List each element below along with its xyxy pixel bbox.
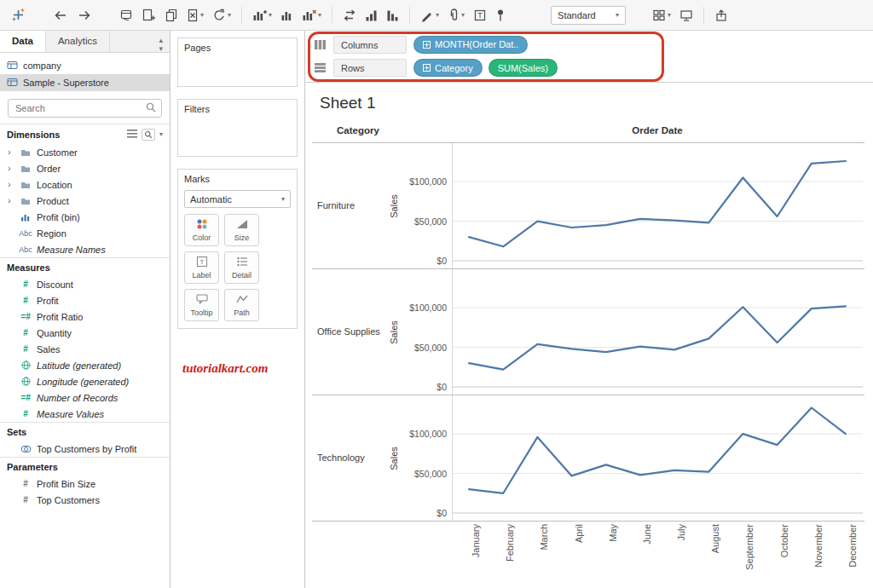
- tab-analytics[interactable]: Analytics: [46, 31, 110, 52]
- run-update-button[interactable]: ▾: [298, 5, 326, 26]
- clear-sheet-button[interactable]: ▾: [182, 5, 208, 26]
- refresh-data-button[interactable]: ▾: [208, 5, 235, 26]
- x-tick-label-may[interactable]: May: [608, 524, 618, 588]
- hash-icon: #: [19, 280, 32, 289]
- rows-shelf[interactable]: Rows CategorySUM(Sales): [305, 55, 873, 80]
- field-item-longitude-generated[interactable]: Longitude (generated): [0, 373, 170, 389]
- field-item-location[interactable]: ›Location: [0, 176, 170, 193]
- x-tick-label-march[interactable]: March: [539, 524, 549, 588]
- col-field-header[interactable]: Order Date: [452, 125, 863, 135]
- tableau-logo[interactable]: [7, 4, 30, 26]
- x-tick-label-january[interactable]: January: [471, 524, 481, 588]
- search-input[interactable]: [8, 99, 162, 118]
- pill-category[interactable]: Category: [413, 59, 483, 77]
- marks-color-button[interactable]: Color: [184, 214, 219, 246]
- field-item-top-customers-by-profit[interactable]: Top Customers by Profit: [0, 441, 170, 457]
- expander-icon[interactable]: ›: [8, 180, 14, 189]
- line-chart[interactable]: [452, 269, 863, 395]
- pause-auto-updates-button[interactable]: ▾: [248, 5, 276, 26]
- line-chart[interactable]: [452, 395, 863, 522]
- field-item-quantity[interactable]: #Quantity: [0, 325, 170, 341]
- row-header-technology[interactable]: Technology: [317, 395, 390, 521]
- marks-path-button[interactable]: Path: [224, 289, 259, 321]
- tableau-logo-icon: [11, 8, 26, 22]
- fit-selector[interactable]: Standard▾: [551, 6, 626, 25]
- datasource-item-sample-superstore[interactable]: Sample - Superstore: [0, 74, 170, 91]
- expander-icon[interactable]: ›: [8, 147, 14, 157]
- field-item-profit-ratio[interactable]: =#Profit Ratio: [0, 308, 170, 325]
- swap-axes-button[interactable]: [338, 5, 361, 26]
- duplicate-sheet-button[interactable]: [160, 5, 182, 26]
- field-item-profit-bin-size[interactable]: #Profit Bin Size: [0, 476, 170, 492]
- expander-icon[interactable]: ›: [8, 196, 14, 205]
- x-tick-label-september[interactable]: September: [744, 524, 754, 588]
- mark-button-label: Size: [234, 233, 250, 242]
- chevron-down-icon[interactable]: ▾: [159, 131, 163, 138]
- field-item-region[interactable]: AbcRegion: [0, 225, 170, 241]
- row-header-furniture[interactable]: Furniture: [317, 143, 390, 268]
- field-label: Top Customers: [37, 495, 100, 505]
- marks-tooltip-button[interactable]: Tooltip: [184, 289, 219, 321]
- field-item-top-customers[interactable]: #Top Customers: [0, 492, 170, 508]
- field-item-sales[interactable]: #Sales: [0, 341, 170, 357]
- expander-icon[interactable]: ›: [8, 164, 14, 173]
- view-data-grid-icon[interactable]: [127, 130, 137, 140]
- pause-updates-icon: [252, 9, 267, 22]
- x-tick-label-october[interactable]: October: [779, 524, 789, 588]
- row-header-office-supplies[interactable]: Office Supplies: [317, 269, 390, 395]
- pill-month-order-dat[interactable]: MONTH(Order Dat..: [413, 36, 528, 54]
- field-item-number-of-records[interactable]: =#Number of Records: [0, 389, 170, 406]
- field-item-product[interactable]: ›Product: [0, 193, 170, 209]
- presentation-mode-button[interactable]: [675, 5, 697, 26]
- row-field-header[interactable]: Category: [337, 125, 379, 135]
- x-tick-label-june[interactable]: June: [642, 524, 652, 588]
- datasource-item-company[interactable]: company: [0, 57, 170, 74]
- columns-shelf[interactable]: Columns MONTH(Order Dat..: [305, 31, 873, 55]
- x-tick-label-july[interactable]: July: [676, 524, 686, 588]
- x-tick-label-april[interactable]: April: [574, 524, 584, 588]
- undo-button[interactable]: [49, 6, 72, 25]
- plus-box-icon: [423, 41, 431, 49]
- fix-axes-button[interactable]: [491, 5, 510, 26]
- marks-size-button[interactable]: Size: [224, 214, 259, 246]
- pages-card[interactable]: Pages: [177, 37, 298, 87]
- field-item-discount[interactable]: #Discount: [0, 276, 170, 292]
- y-tick-label: $0: [390, 508, 447, 518]
- pane-options-icon[interactable]: ▴▾: [159, 31, 170, 52]
- field-item-measure-names[interactable]: AbcMeasure Names: [0, 241, 170, 257]
- field-item-latitude-generated[interactable]: Latitude (generated): [0, 357, 170, 373]
- find-field-icon[interactable]: [142, 129, 155, 141]
- pill-sum-sales[interactable]: SUM(Sales): [489, 59, 558, 77]
- marks-detail-button[interactable]: Detail: [224, 251, 259, 284]
- highlight-button[interactable]: ▾: [416, 5, 443, 26]
- mark-button-label: Label: [192, 271, 211, 280]
- x-tick-label-august[interactable]: August: [710, 524, 720, 588]
- tab-data[interactable]: Data: [0, 31, 46, 52]
- mark-type-dropdown[interactable]: Automatic ▾: [184, 190, 291, 208]
- show-mark-labels-button[interactable]: T: [469, 5, 491, 26]
- new-worksheet-button[interactable]: [137, 5, 160, 26]
- cards-pane: Pages Filters Marks Automatic ▾ ColorSiz…: [171, 31, 305, 588]
- auto-update-button[interactable]: [276, 5, 298, 26]
- abc-icon: Abc: [19, 229, 32, 238]
- sort-descending-button[interactable]: [382, 5, 403, 26]
- group-members-button[interactable]: ▾: [443, 5, 469, 26]
- field-item-measure-values[interactable]: #Measure Values: [0, 406, 170, 422]
- share-button[interactable]: [710, 5, 732, 26]
- presentation-icon: [679, 9, 693, 22]
- redo-button[interactable]: [72, 6, 96, 25]
- x-tick-label-february[interactable]: February: [505, 524, 515, 588]
- line-chart[interactable]: [452, 143, 863, 269]
- new-data-source-button[interactable]: [115, 5, 137, 26]
- show-cards-button[interactable]: ▾: [648, 5, 675, 26]
- search-icon[interactable]: [146, 102, 156, 114]
- field-item-customer[interactable]: ›Customer: [0, 144, 170, 160]
- x-tick-label-december[interactable]: December: [847, 524, 858, 588]
- marks-label-button[interactable]: TLabel: [184, 251, 219, 284]
- sort-ascending-button[interactable]: [361, 5, 382, 26]
- field-item-order[interactable]: ›Order: [0, 160, 170, 176]
- x-tick-label-november[interactable]: November: [813, 524, 824, 588]
- field-item-profit-bin[interactable]: Profit (bin): [0, 209, 170, 225]
- filters-card[interactable]: Filters: [177, 99, 298, 157]
- field-item-profit[interactable]: #Profit: [0, 292, 170, 308]
